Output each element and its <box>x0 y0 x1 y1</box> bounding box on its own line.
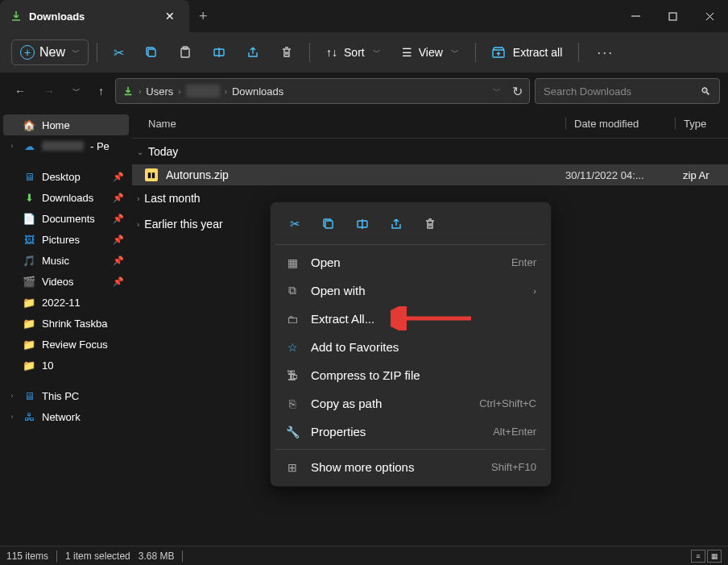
home-icon: 🏠 <box>23 118 35 131</box>
delete-button[interactable] <box>272 39 301 65</box>
pc-icon: 🖥 <box>23 389 35 402</box>
minimize-button[interactable] <box>617 0 654 32</box>
copy-button[interactable] <box>137 39 166 65</box>
ctx-extract-all[interactable]: 🗀Extract All... <box>275 305 546 333</box>
sidebar-item-folder3[interactable]: 📁Review Focus <box>3 334 129 355</box>
paste-button[interactable] <box>171 39 200 65</box>
sidebar-item-documents[interactable]: 📄Documents📌 <box>3 208 129 229</box>
sidebar-item-videos[interactable]: 🎬Videos📌 <box>3 271 129 292</box>
column-name[interactable]: Name <box>148 118 565 130</box>
extract-all-button[interactable]: Extract all <box>484 41 570 64</box>
sort-button[interactable]: ↑↓ Sort ﹀ <box>318 41 389 64</box>
column-date[interactable]: Date modified <box>565 118 675 130</box>
open-icon: ▦ <box>285 256 300 269</box>
sidebar: 🏠 Home › ☁ - Pe 🖥Desktop📌 ⬇Downloads📌 📄D… <box>0 110 132 546</box>
column-headers: Name Date modified Type <box>132 110 728 139</box>
view-icons-button[interactable]: ▦ <box>707 550 722 563</box>
cloud-icon: ☁ <box>23 139 35 152</box>
ctx-compress[interactable]: 🗜Compress to ZIP file <box>275 361 546 389</box>
chevron-down-icon: ﹀ <box>72 47 80 58</box>
sidebar-item-home[interactable]: 🏠 Home <box>3 114 129 135</box>
titlebar: Downloads ✕ + <box>0 0 728 32</box>
wrench-icon: 🔧 <box>285 426 300 438</box>
ctx-properties[interactable]: 🔧PropertiesAlt+Enter <box>275 418 546 446</box>
sidebar-item-network[interactable]: ›🖧Network <box>3 406 129 427</box>
file-row-autoruns[interactable]: ▮▮ Autoruns.zip 30/11/2022 04:... zip Ar <box>132 164 728 185</box>
ctx-open-with[interactable]: ⧉Open with› <box>275 276 546 305</box>
maximize-button[interactable] <box>654 0 691 32</box>
pin-icon: 📌 <box>113 193 124 203</box>
pin-icon: 📌 <box>113 276 124 287</box>
ctx-cut-button[interactable]: ✂ <box>280 212 309 236</box>
share-button[interactable] <box>238 39 267 65</box>
view-details-button[interactable]: ≡ <box>691 550 705 563</box>
cut-button[interactable]: ✂ <box>105 39 132 67</box>
sidebar-item-onedrive[interactable]: › ☁ - Pe <box>3 135 129 156</box>
breadcrumb-users[interactable]: Users <box>146 85 173 98</box>
chevron-down-icon: ﹀ <box>373 47 381 58</box>
download-icon <box>122 85 134 97</box>
forward-button[interactable]: → <box>37 80 61 102</box>
status-item-count: 115 items <box>6 550 48 562</box>
sidebar-item-music[interactable]: 🎵Music📌 <box>3 250 129 271</box>
breadcrumb-downloads[interactable]: Downloads <box>232 85 283 98</box>
folder-icon: 📁 <box>23 296 35 309</box>
ctx-share-button[interactable] <box>382 212 411 236</box>
new-button[interactable]: + New ﹀ <box>11 39 89 65</box>
more-button[interactable]: ··· <box>587 44 623 61</box>
zip-icon: ▮▮ <box>145 168 158 181</box>
chevron-down-icon: ⌄ <box>137 147 143 156</box>
download-icon <box>10 10 23 23</box>
toolbar: + New ﹀ ✂ ↑↓ Sort ﹀ ☰ View ﹀ Extract all… <box>0 32 728 73</box>
view-icon: ☰ <box>402 46 412 59</box>
tab-title: Downloads <box>29 10 85 23</box>
svg-rect-4 <box>148 49 155 56</box>
refresh-button[interactable]: ↻ <box>512 84 523 99</box>
search-input[interactable]: Search Downloads 🔍︎ <box>535 78 720 104</box>
context-quick-actions: ✂ <box>275 207 546 245</box>
pin-icon: 📌 <box>113 214 124 224</box>
search-placeholder: Search Downloads <box>544 85 694 98</box>
ctx-delete-button[interactable] <box>416 212 445 236</box>
sidebar-item-pictures[interactable]: 🖼Pictures📌 <box>3 229 129 250</box>
rename-button[interactable] <box>205 39 234 65</box>
view-button[interactable]: ☰ View ﹀ <box>394 41 467 64</box>
documents-icon: 📄 <box>23 212 35 225</box>
ctx-copy-path[interactable]: ⎘Copy as pathCtrl+Shift+C <box>275 389 546 418</box>
ctx-favorites[interactable]: ☆Add to Favorites <box>275 333 546 361</box>
sidebar-item-folder4[interactable]: 📁10 <box>3 355 129 376</box>
address-bar[interactable]: › Users › › Downloads ﹀ ↻ <box>115 78 530 104</box>
breadcrumb-redacted[interactable] <box>186 85 220 98</box>
ctx-more-options[interactable]: ⊞Show more optionsShift+F10 <box>275 453 546 481</box>
column-type[interactable]: Type <box>675 118 712 130</box>
up-button[interactable]: ↑ <box>92 80 110 102</box>
pin-icon: 📌 <box>113 255 124 266</box>
sidebar-item-folder2[interactable]: 📁Shrink Taskba <box>3 313 129 334</box>
status-size: 3.68 MB <box>139 550 175 562</box>
folder-icon: 📁 <box>23 359 35 372</box>
navbar: ← → ﹀ ↑ › Users › › Downloads ﹀ ↻ Search… <box>0 73 728 110</box>
context-menu: ✂ ▦OpenEnter ⧉Open with› 🗀Extract All...… <box>270 201 552 487</box>
chevron-right-icon: › <box>8 413 16 421</box>
sidebar-item-thispc[interactable]: ›🖥This PC <box>3 385 129 406</box>
desktop-icon: 🖥 <box>23 170 35 183</box>
plus-icon: + <box>20 45 35 60</box>
ctx-copy-button[interactable] <box>314 212 343 236</box>
videos-icon: 🎬 <box>23 275 35 288</box>
close-tab-icon[interactable]: ✕ <box>160 8 180 24</box>
chevron-right-icon: › <box>8 142 16 150</box>
ctx-open[interactable]: ▦OpenEnter <box>275 248 546 276</box>
chevron-down-icon[interactable]: ﹀ <box>493 85 501 97</box>
tab-downloads[interactable]: Downloads ✕ <box>0 0 189 32</box>
group-today[interactable]: ⌄ Today <box>132 139 728 164</box>
close-button[interactable] <box>691 0 728 32</box>
path-icon: ⎘ <box>285 397 300 410</box>
sidebar-item-downloads[interactable]: ⬇Downloads📌 <box>3 187 129 208</box>
sidebar-item-folder1[interactable]: 📁2022-11 <box>3 292 129 313</box>
recent-dropdown[interactable]: ﹀ <box>66 81 87 102</box>
ctx-rename-button[interactable] <box>348 212 377 236</box>
new-tab-button[interactable]: + <box>189 8 217 25</box>
music-icon: 🎵 <box>23 254 35 267</box>
sidebar-item-desktop[interactable]: 🖥Desktop📌 <box>3 166 129 187</box>
back-button[interactable]: ← <box>8 80 32 102</box>
